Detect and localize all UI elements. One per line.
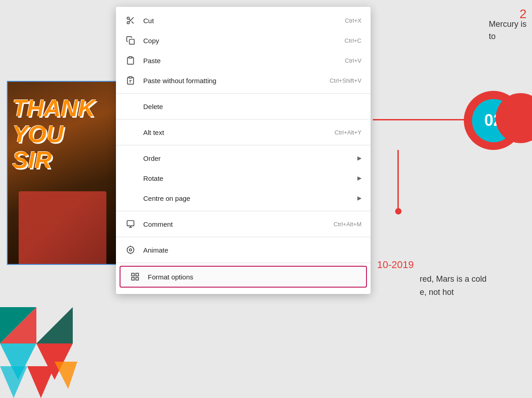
- paste-without-format-shortcut: Ctrl+Shift+V: [330, 77, 361, 84]
- menu-item-paste-without-formatting[interactable]: Paste without formatting Ctrl+Shift+V: [116, 70, 371, 90]
- svg-rect-28: [136, 278, 139, 280]
- svg-rect-26: [136, 274, 139, 276]
- geometric-shapes: [0, 307, 105, 398]
- format-options-label: Format options: [148, 273, 357, 281]
- context-menu: Cut Ctrl+X Copy Ctrl+C Paste Ctrl+V: [116, 7, 371, 294]
- svg-marker-7: [55, 362, 77, 389]
- rotate-icon-placeholder: [125, 173, 136, 184]
- divider-5: [116, 237, 371, 237]
- svg-point-9: [127, 22, 130, 24]
- timeline-line-horizontal: [373, 119, 464, 120]
- divider-3: [116, 145, 371, 145]
- selected-image[interactable]: THANKYOUSIR: [7, 81, 118, 265]
- svg-point-8: [127, 17, 130, 20]
- copy-label: Copy: [143, 37, 326, 45]
- alt-text-icon-placeholder: [125, 127, 136, 138]
- cut-shortcut: Ctrl+X: [345, 17, 361, 24]
- svg-marker-2: [36, 307, 73, 343]
- date-range-text: 10-2019: [377, 259, 414, 271]
- comment-shortcut: Ctrl+Alt+M: [334, 221, 361, 228]
- svg-rect-27: [132, 278, 135, 280]
- svg-rect-18: [127, 221, 134, 226]
- menu-item-format-options[interactable]: Format options: [120, 266, 367, 288]
- divider-4: [116, 211, 371, 211]
- cut-label: Cut: [143, 17, 327, 25]
- paste-without-format-label: Paste without formatting: [143, 77, 311, 85]
- menu-item-alt-text[interactable]: Alt text Ctrl+Alt+Y: [116, 122, 371, 142]
- svg-line-12: [129, 19, 130, 20]
- menu-item-animate[interactable]: Animate: [116, 240, 371, 260]
- alt-text-label: Alt text: [143, 129, 316, 136]
- menu-item-copy[interactable]: Copy Ctrl+C: [116, 30, 371, 50]
- svg-rect-14: [129, 57, 132, 58]
- mars-description: red, Mars is a colde, not hot: [420, 273, 487, 299]
- menu-item-paste[interactable]: Paste Ctrl+V: [116, 50, 371, 70]
- timeline-dot: [395, 208, 402, 214]
- timeline-line-vertical: [397, 150, 399, 209]
- svg-point-22: [130, 249, 132, 251]
- svg-rect-15: [129, 77, 132, 78]
- menu-item-centre-on-page[interactable]: Centre on page: [116, 188, 371, 208]
- centre-on-page-label: Centre on page: [143, 194, 361, 202]
- image-overlay-text: THANKYOUSIR: [12, 95, 95, 174]
- menu-item-cut[interactable]: Cut Ctrl+X: [116, 10, 371, 30]
- menu-item-comment[interactable]: Comment Ctrl+Alt+M: [116, 214, 371, 234]
- animate-label: Animate: [143, 246, 361, 254]
- copy-icon: [125, 35, 136, 46]
- menu-item-delete[interactable]: Delete: [116, 96, 371, 116]
- svg-marker-5: [0, 366, 27, 398]
- delete-icon-placeholder: [125, 101, 136, 112]
- centre-icon-placeholder: [125, 193, 136, 204]
- cut-icon: [125, 15, 136, 26]
- divider-1: [116, 93, 371, 94]
- paste-icon: [125, 55, 136, 66]
- comment-icon: [125, 219, 136, 229]
- alt-text-shortcut: Ctrl+Alt+Y: [335, 129, 361, 136]
- order-label: Order: [143, 154, 361, 162]
- comment-label: Comment: [143, 220, 316, 228]
- order-icon-placeholder: [125, 153, 136, 164]
- paste-without-format-icon: [125, 75, 136, 86]
- paste-label: Paste: [143, 57, 327, 65]
- svg-line-11: [131, 21, 134, 24]
- menu-item-order[interactable]: Order: [116, 148, 371, 168]
- svg-marker-6: [27, 366, 55, 398]
- copy-shortcut: Ctrl+C: [345, 37, 361, 44]
- divider-2: [116, 119, 371, 119]
- svg-point-21: [127, 247, 134, 254]
- animate-icon: [125, 244, 136, 255]
- menu-item-rotate[interactable]: Rotate: [116, 168, 371, 188]
- paste-shortcut: Ctrl+V: [345, 57, 361, 64]
- svg-rect-25: [132, 274, 135, 276]
- svg-rect-13: [130, 40, 135, 45]
- rotate-label: Rotate: [143, 174, 361, 182]
- mercury-text: Mercury isto: [489, 18, 527, 43]
- delete-label: Delete: [143, 103, 361, 110]
- divider-6: [116, 263, 371, 263]
- format-options-icon: [130, 271, 141, 282]
